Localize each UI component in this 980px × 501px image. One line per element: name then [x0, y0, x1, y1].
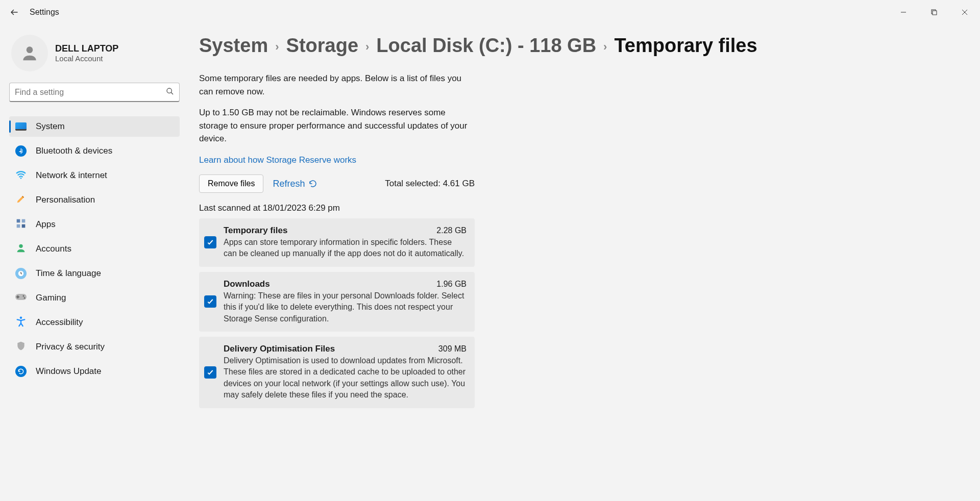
avatar — [11, 35, 48, 71]
accessibility-icon — [15, 316, 27, 330]
nav-label: System — [36, 121, 65, 132]
nav-icon-wrap — [15, 194, 27, 206]
nav-label: Personalisation — [36, 195, 95, 205]
svg-line-7 — [171, 92, 173, 94]
nav-label: Time & language — [36, 268, 101, 279]
window-controls — [888, 0, 980, 24]
file-card: Downloads1.96 GBWarning: These are files… — [199, 272, 475, 332]
nav-item-accessibility[interactable]: Accessibility — [9, 312, 180, 333]
account-name: DELL LAPTOP — [55, 43, 118, 54]
search-input[interactable] — [15, 88, 166, 97]
clock-icon — [15, 268, 27, 279]
search-input-wrap[interactable] — [9, 83, 180, 102]
nav-label: Bluetooth & devices — [36, 146, 112, 156]
file-size: 1.96 GB — [436, 280, 467, 289]
close-button[interactable] — [949, 0, 980, 24]
nav-icon-wrap — [15, 145, 27, 157]
svg-rect-2 — [933, 11, 937, 15]
remove-files-button[interactable]: Remove files — [199, 174, 263, 193]
nav-item-update[interactable]: Windows Update — [9, 361, 180, 382]
sidebar: DELL LAPTOP Local Account SystemBluetoot… — [0, 24, 189, 501]
title-bar: Settings — [0, 0, 980, 24]
file-card: Temporary files2.28 GBApps can store tem… — [199, 218, 475, 267]
intro-paragraph-1: Some temporary files are needed by apps.… — [199, 72, 475, 98]
nav-item-privacy[interactable]: Privacy & security — [9, 337, 180, 357]
nav-label: Privacy & security — [36, 342, 105, 352]
breadcrumb-link[interactable]: System — [199, 35, 268, 57]
file-title: Downloads — [224, 279, 270, 289]
svg-rect-12 — [22, 224, 26, 228]
arrow-left-icon — [10, 8, 19, 17]
nav-item-system[interactable]: System — [9, 116, 180, 137]
maximize-button[interactable] — [919, 0, 949, 24]
svg-point-16 — [23, 295, 24, 296]
last-scanned: Last scanned at 18/01/2023 6:29 pm — [199, 203, 960, 213]
svg-rect-9 — [17, 219, 20, 222]
nav-icon-wrap — [15, 268, 27, 279]
nav-item-time[interactable]: Time & language — [9, 263, 180, 284]
svg-point-6 — [167, 88, 172, 93]
file-size: 309 MB — [438, 344, 467, 354]
breadcrumb-link[interactable]: Storage — [286, 35, 358, 57]
nav-label: Accessibility — [36, 317, 83, 328]
nav-item-bluetooth[interactable]: Bluetooth & devices — [9, 141, 180, 161]
storage-reserve-link[interactable]: Learn about how Storage Reserve works — [199, 155, 356, 165]
svg-point-18 — [20, 316, 22, 319]
person-icon — [20, 43, 39, 63]
close-icon — [962, 9, 968, 15]
breadcrumb-link[interactable]: Local Disk (C:) - 118 GB — [376, 35, 596, 57]
file-checkbox[interactable] — [204, 295, 216, 308]
nav-icon-wrap — [15, 341, 27, 353]
nav-icon-wrap — [15, 317, 27, 328]
nav-label: Accounts — [36, 244, 71, 254]
maximize-icon — [931, 9, 937, 15]
update-icon — [15, 366, 27, 377]
nav-item-apps[interactable]: Apps — [9, 214, 180, 235]
breadcrumbs: System›Storage›Local Disk (C:) - 118 GB›… — [199, 35, 960, 57]
check-icon — [206, 238, 214, 246]
svg-point-17 — [24, 297, 26, 298]
svg-point-5 — [27, 46, 33, 53]
svg-rect-11 — [17, 224, 20, 228]
wifi-icon — [15, 169, 27, 183]
refresh-button[interactable]: Refresh — [273, 179, 317, 189]
chevron-right-icon: › — [603, 40, 607, 54]
check-icon — [206, 368, 214, 377]
svg-point-8 — [20, 177, 22, 179]
nav-icon-wrap — [15, 170, 27, 181]
nav-item-gaming[interactable]: Gaming — [9, 288, 180, 308]
search-icon — [166, 87, 174, 97]
total-label: Total selected: — [385, 179, 440, 188]
file-description: Warning: These are files in your persona… — [224, 290, 467, 324]
nav-item-personalisation[interactable]: Personalisation — [9, 190, 180, 210]
system-icon — [15, 122, 27, 131]
back-button[interactable] — [4, 2, 24, 22]
nav-label: Gaming — [36, 293, 66, 303]
nav-icon-wrap — [15, 121, 27, 132]
total-selected: Total selected: 4.61 GB — [385, 179, 475, 189]
shield-icon — [16, 340, 26, 354]
nav-item-network[interactable]: Network & internet — [9, 165, 180, 186]
refresh-label: Refresh — [273, 179, 305, 189]
file-card: Delivery Optimisation Files309 MBDeliver… — [199, 337, 475, 408]
file-size: 2.28 GB — [436, 226, 467, 235]
chevron-right-icon: › — [365, 40, 369, 54]
file-title: Temporary files — [224, 226, 287, 236]
brush-icon — [15, 193, 27, 207]
minimize-button[interactable] — [888, 0, 919, 24]
check-icon — [206, 297, 214, 306]
file-checkbox[interactable] — [204, 236, 216, 248]
file-checkbox[interactable] — [204, 366, 216, 379]
nav-label: Network & internet — [36, 170, 107, 181]
intro-text: Some temporary files are needed by apps.… — [199, 72, 475, 166]
account-block[interactable]: DELL LAPTOP Local Account — [9, 35, 180, 80]
bluetooth-icon — [15, 145, 27, 157]
accounts-icon — [15, 242, 27, 256]
minimize-icon — [900, 9, 906, 15]
apps-icon — [16, 218, 26, 231]
file-title: Delivery Optimisation Files — [224, 344, 335, 354]
nav-item-accounts[interactable]: Accounts — [9, 239, 180, 259]
action-row: Remove files Refresh Total selected: 4.6… — [199, 174, 475, 193]
file-list: Temporary files2.28 GBApps can store tem… — [199, 218, 475, 408]
refresh-icon — [308, 179, 317, 188]
